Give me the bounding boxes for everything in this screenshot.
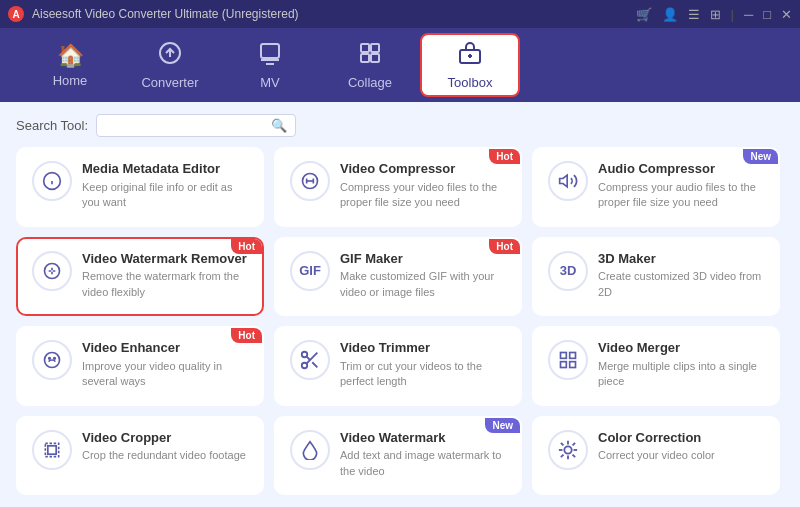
svg-point-17 — [45, 263, 60, 278]
search-label: Search Tool: — [16, 118, 88, 133]
tool-inner-video-cropper: Video CropperCrop the redundant video fo… — [32, 430, 248, 470]
tool-inner-color-correction: Color CorrectionCorrect your video color — [548, 430, 764, 470]
tool-title-video-merger: Video Merger — [598, 340, 764, 357]
badge-video-compressor: Hot — [489, 149, 520, 164]
svg-point-23 — [302, 352, 308, 358]
tool-desc-video-cropper: Crop the redundant video footage — [82, 448, 248, 463]
tool-icon-audio-compressor — [548, 161, 588, 201]
svg-line-27 — [306, 356, 310, 360]
svg-rect-5 — [371, 54, 379, 62]
titlebar: A Aiseesoft Video Converter Ultimate (Un… — [0, 0, 800, 28]
tool-text-video-merger: Video MergerMerge multiple clips into a … — [598, 340, 764, 390]
nav-collage[interactable]: Collage — [320, 33, 420, 97]
tool-desc-video-watermark: Add text and image watermark to the vide… — [340, 448, 506, 479]
nav-toolbox[interactable]: Toolbox — [420, 33, 520, 97]
tool-title-video-cropper: Video Cropper — [82, 430, 248, 447]
tool-card-video-watermark[interactable]: NewVideo WatermarkAdd text and image wat… — [274, 416, 522, 496]
tool-card-color-correction[interactable]: Color CorrectionCorrect your video color — [532, 416, 780, 496]
app-icon: A — [8, 6, 24, 22]
tool-card-video-compressor[interactable]: HotVideo CompressorCompress your video f… — [274, 147, 522, 227]
nav-collage-label: Collage — [348, 75, 392, 90]
tool-title-video-watermark-remover: Video Watermark Remover — [82, 251, 248, 268]
close-button[interactable]: ✕ — [781, 7, 792, 22]
content-area: Search Tool: 🔍 Media Metadata EditorKeep… — [0, 102, 800, 507]
tool-card-media-metadata-editor[interactable]: Media Metadata EditorKeep original file … — [16, 147, 264, 227]
tool-icon-video-trimmer — [290, 340, 330, 380]
toolbox-icon — [458, 41, 482, 71]
tool-icon-media-metadata-editor — [32, 161, 72, 201]
badge-video-enhancer: Hot — [231, 328, 262, 343]
nav-mv[interactable]: MV — [220, 33, 320, 97]
tool-title-color-correction: Color Correction — [598, 430, 764, 447]
tool-text-video-watermark-remover: Video Watermark RemoverRemove the waterm… — [82, 251, 248, 301]
tool-icon-video-enhancer — [32, 340, 72, 380]
tool-text-video-watermark: Video WatermarkAdd text and image waterm… — [340, 430, 506, 480]
svg-rect-29 — [570, 353, 576, 359]
tool-desc-video-compressor: Compress your video files to the proper … — [340, 180, 506, 211]
badge-video-watermark: New — [485, 418, 520, 433]
grid-icon[interactable]: ⊞ — [710, 7, 721, 22]
tool-title-3d-maker: 3D Maker — [598, 251, 764, 268]
tool-text-color-correction: Color CorrectionCorrect your video color — [598, 430, 764, 464]
maximize-button[interactable]: □ — [763, 7, 771, 22]
tool-icon-color-correction — [548, 430, 588, 470]
tool-card-video-merger[interactable]: Video MergerMerge multiple clips into a … — [532, 326, 780, 406]
divider: | — [731, 7, 734, 22]
minimize-button[interactable]: ─ — [744, 7, 753, 22]
tool-card-video-enhancer[interactable]: HotVideo EnhancerImprove your video qual… — [16, 326, 264, 406]
tool-inner-video-watermark-remover: Video Watermark RemoverRemove the waterm… — [32, 251, 248, 301]
window-controls[interactable]: 🛒 👤 ☰ ⊞ | ─ □ ✕ — [636, 7, 792, 22]
tool-title-gif-maker: GIF Maker — [340, 251, 506, 268]
tool-desc-media-metadata-editor: Keep original file info or edit as you w… — [82, 180, 248, 211]
nav-converter[interactable]: Converter — [120, 33, 220, 97]
tool-title-video-trimmer: Video Trimmer — [340, 340, 506, 357]
nav-home-label: Home — [53, 73, 88, 88]
tool-text-gif-maker: GIF MakerMake customized GIF with your v… — [340, 251, 506, 301]
tool-card-gif-maker[interactable]: HotGIFGIF MakerMake customized GIF with … — [274, 237, 522, 317]
search-input[interactable] — [105, 119, 271, 133]
cart-icon[interactable]: 🛒 — [636, 7, 652, 22]
tool-title-audio-compressor: Audio Compressor — [598, 161, 764, 178]
tool-desc-audio-compressor: Compress your audio files to the proper … — [598, 180, 764, 211]
collage-icon — [358, 41, 382, 71]
navbar: 🏠 Home Converter MV — [0, 28, 800, 102]
app-title: Aiseesoft Video Converter Ultimate (Unre… — [32, 7, 636, 21]
svg-point-34 — [564, 446, 571, 453]
tool-icon-video-compressor — [290, 161, 330, 201]
tool-card-video-trimmer[interactable]: Video TrimmerTrim or cut your videos to … — [274, 326, 522, 406]
tool-card-3d-maker[interactable]: 3D3D MakerCreate customized 3D video fro… — [532, 237, 780, 317]
tool-text-video-compressor: Video CompressorCompress your video file… — [340, 161, 506, 211]
tool-inner-media-metadata-editor: Media Metadata EditorKeep original file … — [32, 161, 248, 211]
search-icon: 🔍 — [271, 118, 287, 133]
badge-audio-compressor: New — [743, 149, 778, 164]
svg-line-41 — [561, 454, 564, 457]
menu-icon[interactable]: ☰ — [688, 7, 700, 22]
tool-text-3d-maker: 3D MakerCreate customized 3D video from … — [598, 251, 764, 301]
user-icon[interactable]: 👤 — [662, 7, 678, 22]
tool-text-audio-compressor: Audio CompressorCompress your audio file… — [598, 161, 764, 211]
tools-grid: Media Metadata EditorKeep original file … — [16, 147, 784, 495]
tool-inner-video-compressor: Video CompressorCompress your video file… — [290, 161, 506, 211]
tool-desc-video-watermark-remover: Remove the watermark from the video flex… — [82, 269, 248, 300]
tool-text-video-cropper: Video CropperCrop the redundant video fo… — [82, 430, 248, 464]
tool-desc-3d-maker: Create customized 3D video from 2D — [598, 269, 764, 300]
mv-icon — [258, 41, 282, 71]
badge-video-watermark-remover: Hot — [231, 239, 262, 254]
svg-rect-2 — [361, 44, 369, 52]
svg-point-24 — [302, 363, 308, 369]
tool-card-video-watermark-remover[interactable]: HotVideo Watermark RemoverRemove the wat… — [16, 237, 264, 317]
search-bar: Search Tool: 🔍 — [16, 114, 784, 137]
nav-home[interactable]: 🏠 Home — [20, 33, 120, 97]
svg-point-21 — [49, 358, 51, 360]
tool-card-audio-compressor[interactable]: NewAudio CompressorCompress your audio f… — [532, 147, 780, 227]
search-input-wrap[interactable]: 🔍 — [96, 114, 296, 137]
svg-line-38 — [573, 454, 576, 457]
svg-marker-16 — [560, 175, 568, 187]
tool-title-media-metadata-editor: Media Metadata Editor — [82, 161, 248, 178]
tool-title-video-watermark: Video Watermark — [340, 430, 506, 447]
tool-desc-color-correction: Correct your video color — [598, 448, 764, 463]
tool-title-video-enhancer: Video Enhancer — [82, 340, 248, 357]
tool-card-video-cropper[interactable]: Video CropperCrop the redundant video fo… — [16, 416, 264, 496]
tool-inner-video-watermark: Video WatermarkAdd text and image waterm… — [290, 430, 506, 480]
svg-rect-3 — [371, 44, 379, 52]
